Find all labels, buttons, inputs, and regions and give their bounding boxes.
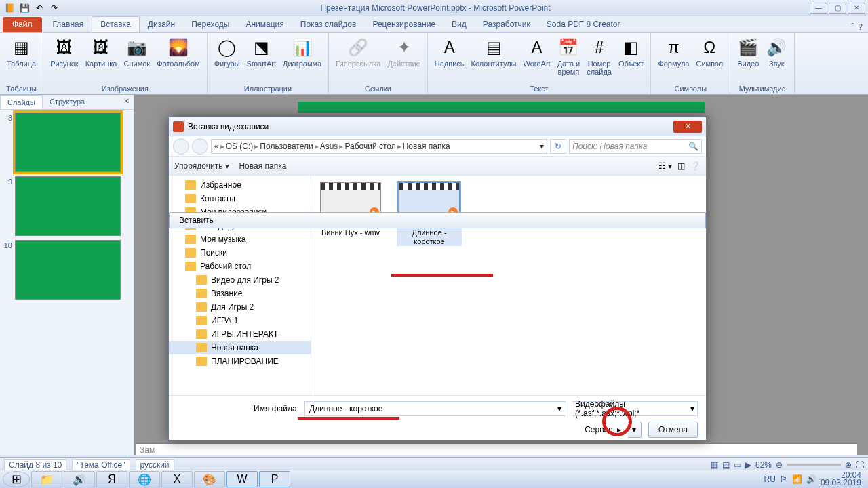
breadcrumb-segment[interactable]: Asus	[320, 142, 338, 151]
ribbon-tab[interactable]: Вставка	[92, 16, 140, 32]
view-normal-icon[interactable]: ▦	[711, 460, 718, 470]
tree-item[interactable]: Моя музыка	[169, 232, 311, 246]
tray-volume-icon[interactable]: 🔊	[806, 474, 816, 484]
ribbon-button[interactable]: 📊Диаграмма	[280, 35, 324, 69]
zoom-slider[interactable]	[787, 464, 841, 466]
undo-icon[interactable]: ↶	[33, 2, 46, 14]
file-item[interactable]: ▶Винни Пух - wmv	[318, 182, 383, 237]
ribbon-tab[interactable]: Вид	[443, 17, 475, 32]
view-sorter-icon[interactable]: ▤	[722, 460, 730, 470]
breadcrumb-segment[interactable]: Новая папка	[403, 142, 450, 151]
taskbar-chrome[interactable]: 🌐	[129, 471, 160, 487]
folder-tree[interactable]: ИзбранноеКонтактыМои видеозаписиМои доку…	[169, 176, 311, 395]
fit-icon[interactable]: ⛶	[856, 460, 864, 470]
view-mode-button[interactable]: ☷ ▾	[658, 161, 672, 171]
dialog-close-button[interactable]: ✕	[673, 121, 702, 133]
ribbon-tab[interactable]: Разработчик	[475, 17, 538, 32]
ribbon-button[interactable]: 🌄Фотоальбом	[154, 35, 203, 69]
organize-menu[interactable]: Упорядочить▾	[174, 161, 229, 171]
ribbon-button[interactable]: ▦Таблица	[4, 35, 39, 69]
ribbon-button[interactable]: 📷Снимок	[121, 35, 153, 69]
taskbar-yandex[interactable]: Я	[96, 471, 127, 487]
breadcrumb-segment[interactable]: «	[214, 142, 219, 151]
new-folder-button[interactable]: Новая папка	[239, 161, 286, 171]
ribbon-tab[interactable]: Показ слайдов	[292, 17, 365, 32]
taskbar-paint[interactable]: 🎨	[194, 471, 225, 487]
breadcrumb-segment[interactable]: OS (C:)	[226, 142, 254, 151]
breadcrumb[interactable]: «▸OS (C:)▸Пользователи▸Asus▸Рабочий стол…	[211, 139, 547, 154]
tree-item[interactable]: Рабочий стол	[169, 260, 311, 273]
cancel-button[interactable]: Отмена	[648, 422, 698, 438]
breadcrumb-segment[interactable]: Пользователи	[260, 142, 313, 151]
tray-flag-icon[interactable]: 🏳	[780, 474, 788, 484]
tree-item[interactable]: Вязание	[169, 287, 311, 300]
ribbon-button[interactable]: ◧Объект	[616, 35, 646, 69]
minimize-ribbon-icon[interactable]: ˆ	[851, 22, 854, 32]
minimize-button[interactable]: ―	[810, 3, 827, 14]
dialog-help-icon[interactable]: ❔	[690, 161, 701, 171]
view-reading-icon[interactable]: ▭	[734, 460, 741, 470]
ribbon-button[interactable]: 🔊Звук	[763, 35, 790, 69]
slide-thumbnail[interactable]: 9	[3, 176, 131, 236]
zoom-out-icon[interactable]: ⊖	[776, 460, 783, 470]
tools-menu[interactable]: Сервис ▸	[585, 425, 621, 434]
ribbon-tab[interactable]: Дизайн	[140, 17, 183, 32]
close-button[interactable]: ✕	[848, 3, 865, 14]
zoom-level[interactable]: 62%	[755, 460, 772, 470]
ribbon-button[interactable]: 🖼Картинка	[83, 35, 120, 69]
file-list[interactable]: ▶Винни Пух - wmv▶Длинное - короткое	[311, 176, 706, 395]
ribbon-button[interactable]: ΩСимвол	[693, 35, 726, 69]
ribbon-button[interactable]: ⬔SmartArt	[244, 35, 279, 69]
taskbar-media[interactable]: 🔊	[64, 471, 95, 487]
filename-input[interactable]: Длинное - короткое▾	[304, 401, 566, 416]
save-icon[interactable]: 💾	[18, 2, 31, 14]
ribbon-tab[interactable]: Переходы	[183, 17, 237, 32]
tray-clock[interactable]: 20:04 09.03.2019	[821, 472, 861, 487]
slide-thumbnail[interactable]: 8	[3, 113, 131, 172]
ribbon-button[interactable]: πФормула	[655, 35, 692, 69]
ribbon-tab[interactable]: Рецензирование	[364, 17, 443, 32]
taskbar-word[interactable]: W	[226, 471, 258, 487]
nav-forward-button[interactable]	[192, 138, 208, 155]
ribbon-tab[interactable]: Главная	[45, 17, 92, 32]
ribbon-button[interactable]: 📅Дата и время	[555, 35, 583, 77]
tree-item[interactable]: Видео для Игры 2	[169, 273, 311, 287]
tree-item[interactable]: Для Игры 2	[169, 300, 311, 314]
preview-pane-button[interactable]: ◫	[677, 161, 685, 171]
help-icon[interactable]: ?	[858, 22, 863, 32]
ribbon-tab[interactable]: Анимация	[237, 17, 292, 32]
file-type-combo[interactable]: Видеофайлы (*.asf;*.asx;*.wpl;*▾	[572, 401, 698, 416]
tab-outline[interactable]: Структура	[43, 95, 92, 109]
maximize-button[interactable]: ▢	[829, 3, 846, 14]
start-button[interactable]: ⊞	[3, 471, 30, 487]
app-icon[interactable]: 📙	[3, 2, 16, 14]
taskbar-excel[interactable]: X	[161, 471, 193, 487]
refresh-button[interactable]: ↻	[550, 139, 566, 154]
nav-back-button[interactable]	[173, 138, 189, 155]
redo-icon[interactable]: ↷	[47, 2, 61, 14]
status-language[interactable]: русский	[136, 459, 174, 471]
tree-item[interactable]: ИГРЫ ИНТЕРАКТ	[169, 327, 311, 341]
taskbar-explorer[interactable]: 📁	[31, 471, 62, 487]
tree-item[interactable]: ПЛАНИРОВАНИЕ	[169, 354, 311, 368]
file-tab[interactable]: Файл	[3, 17, 42, 32]
ribbon-button[interactable]: 🎬Видео	[734, 35, 762, 69]
tree-item[interactable]: Контакты	[169, 192, 311, 205]
ribbon-button[interactable]: ◯Фигуры	[212, 35, 243, 69]
search-icon[interactable]: 🔍	[688, 142, 698, 151]
search-input[interactable]: Поиск: Новая папка 🔍	[569, 139, 702, 154]
taskbar-powerpoint[interactable]: P	[259, 471, 290, 487]
ribbon-tab[interactable]: Soda PDF 8 Creator	[538, 17, 629, 32]
ribbon-button[interactable]: ▤Колонтитулы	[469, 35, 519, 69]
close-pane-icon[interactable]: ✕	[119, 95, 134, 109]
insert-dropdown[interactable]: ▾	[628, 422, 642, 438]
ribbon-button[interactable]: AWordArt	[521, 35, 553, 69]
tray-network-icon[interactable]: 📶	[792, 474, 802, 484]
tree-item[interactable]: Новая папка	[169, 341, 311, 354]
tab-slides[interactable]: Слайды	[0, 95, 43, 109]
ribbon-button[interactable]: AНадпись	[432, 35, 467, 69]
ribbon-button[interactable]: #Номер слайда	[584, 35, 614, 77]
ribbon-button[interactable]: 🖼Рисунок	[47, 35, 81, 69]
view-slideshow-icon[interactable]: ▶	[745, 460, 751, 470]
tree-item[interactable]: Поиски	[169, 246, 311, 260]
